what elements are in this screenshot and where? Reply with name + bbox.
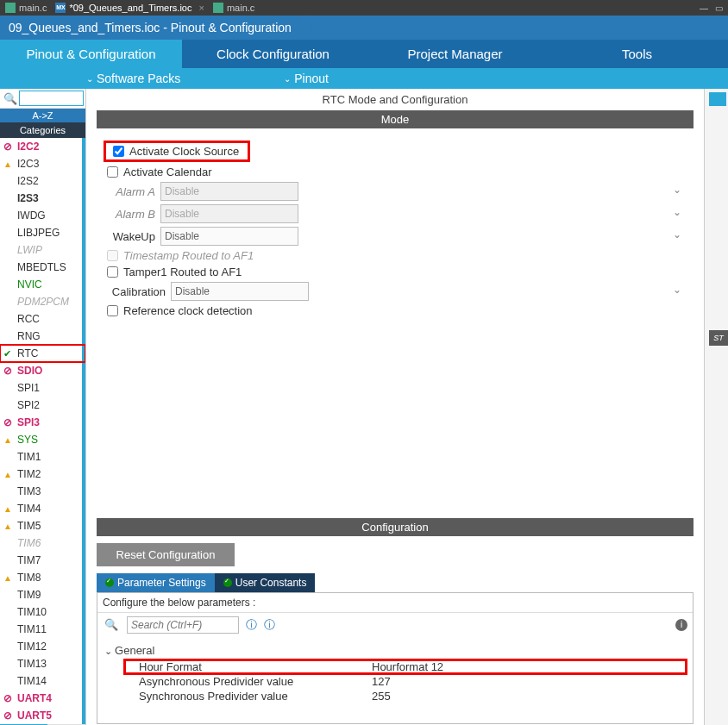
refclock-checkbox[interactable] <box>107 305 118 316</box>
status-icon <box>3 260 14 271</box>
tamper-checkbox[interactable] <box>107 266 118 278</box>
calibration-select[interactable] <box>171 282 309 301</box>
periph-item-lwip[interactable]: LWIP <box>0 241 85 259</box>
titlebar: main.c MX*09_Queues_and_Timers.ioc× main… <box>0 0 728 16</box>
periph-item-i2s2[interactable]: I2S2 <box>0 172 85 190</box>
periph-item-i2c3[interactable]: I2C3 <box>0 155 85 172</box>
config-panel: RTC Mode and Configuration Mode Activate… <box>86 89 704 725</box>
status-icon <box>3 657 14 667</box>
chevron-down-icon: ⌄ <box>284 74 291 84</box>
status-icon <box>3 536 14 547</box>
periph-item-tim4[interactable]: TIM4 <box>0 500 85 517</box>
periph-item-tim10[interactable]: TIM10 <box>0 603 85 621</box>
periph-item-rcc[interactable]: RCC <box>0 310 85 328</box>
activate-calendar-checkbox[interactable] <box>107 166 118 178</box>
tab-pinout-config[interactable]: Pinout & Configuration <box>0 40 182 68</box>
search-next-icon[interactable]: ⓘ <box>264 617 275 633</box>
param-row[interactable]: Synchronous Predivider value255 <box>139 690 686 703</box>
status-icon <box>3 140 14 150</box>
periph-item-i2c2[interactable]: I2C2 <box>0 138 85 155</box>
param-search-input[interactable] <box>127 616 239 634</box>
calibration-label: Calibration <box>104 285 166 298</box>
status-icon <box>3 588 14 598</box>
reset-config-button[interactable]: Reset Configuration <box>97 543 235 566</box>
search-icon: 🔍 <box>104 618 118 631</box>
param-value: 255 <box>372 690 391 703</box>
periph-item-spi2[interactable]: SPI2 <box>0 397 85 414</box>
config-section: Reset Configuration Parameter Settings U… <box>97 536 693 725</box>
param-group-general[interactable]: General <box>104 644 686 657</box>
peripheral-search-input[interactable] <box>19 91 84 106</box>
periph-item-uart5[interactable]: UART5 <box>0 707 85 724</box>
periph-item-tim5[interactable]: TIM5 <box>0 517 85 534</box>
tamper-label: Tamper1 Routed to AF1 <box>123 266 242 278</box>
param-row[interactable]: Asynchronous Predivider value127 <box>139 675 686 688</box>
status-icon <box>3 416 14 426</box>
peripheral-list[interactable]: I2C2I2C3I2S2I2S3IWDGLIBJPEGLWIPMBEDTLSNV… <box>0 138 85 724</box>
minimize-icon[interactable]: — <box>700 3 708 13</box>
timestamp-checkbox <box>107 250 118 261</box>
status-icon <box>3 398 14 409</box>
periph-item-iwdg[interactable]: IWDG <box>0 207 85 224</box>
search-prev-icon[interactable]: ⓘ <box>246 617 257 633</box>
status-icon <box>3 605 14 616</box>
periph-item-uart4[interactable]: UART4 <box>0 690 85 707</box>
editor-tab-ioc[interactable]: MX*09_Queues_and_Timers.ioc× <box>55 3 204 13</box>
tab-project-manager[interactable]: Project Manager <box>364 40 546 68</box>
maximize-icon[interactable]: ▭ <box>715 3 723 13</box>
periph-item-tim8[interactable]: TIM8 <box>0 569 85 586</box>
sort-button[interactable]: A->Z <box>0 109 85 122</box>
wakeup-select[interactable] <box>160 227 298 246</box>
param-key: Asynchronous Predivider value <box>139 675 372 688</box>
subtab-pinout[interactable]: ⌄Pinout <box>284 72 329 85</box>
periph-item-tim7[interactable]: TIM7 <box>0 552 85 569</box>
status-icon <box>3 209 14 219</box>
periph-item-tim2[interactable]: TIM2 <box>0 466 85 483</box>
editor-tab-main1[interactable]: main.c <box>5 3 47 13</box>
tab-clock-config[interactable]: Clock Configuration <box>182 40 364 68</box>
tab-user-constants[interactable]: User Constants <box>215 573 316 592</box>
periph-item-tim6[interactable]: TIM6 <box>0 534 85 552</box>
status-icon <box>3 484 14 495</box>
subtab-software-packs[interactable]: ⌄Software Packs <box>86 72 180 85</box>
periph-item-rtc[interactable]: RTC <box>0 345 85 362</box>
periph-item-sdio[interactable]: SDIO <box>0 362 85 379</box>
close-tab-icon[interactable]: × <box>198 3 204 13</box>
info-icon[interactable]: i <box>675 619 687 631</box>
editor-tab-main2[interactable]: main.c <box>213 3 254 13</box>
periph-item-sys[interactable]: SYS <box>0 431 85 448</box>
periph-item-tim14[interactable]: TIM14 <box>0 672 85 690</box>
param-value: Hourformat 12 <box>372 660 443 673</box>
periph-item-tim13[interactable]: TIM13 <box>0 655 85 672</box>
periph-item-nvic[interactable]: NVIC <box>0 276 85 293</box>
tab-parameter-settings[interactable]: Parameter Settings <box>97 573 215 592</box>
periph-item-mbedtls[interactable]: MBEDTLS <box>0 259 85 276</box>
tab-tools[interactable]: Tools <box>546 40 728 68</box>
periph-item-tim11[interactable]: TIM11 <box>0 621 85 638</box>
breadcrumb-item[interactable]: 09_Queues_and_Timers.ioc - Pinout & Conf… <box>0 16 304 40</box>
periph-item-i2s3[interactable]: I2S3 <box>0 190 85 207</box>
activate-clock-checkbox[interactable] <box>113 146 124 157</box>
collapse-handle[interactable] <box>709 92 726 106</box>
c-file-icon <box>5 3 16 13</box>
check-icon <box>105 578 114 587</box>
periph-item-spi3[interactable]: SPI3 <box>0 414 85 431</box>
c-file-icon <box>213 3 223 13</box>
param-row[interactable]: Hour FormatHourformat 12 <box>125 660 686 673</box>
periph-item-pdm2pcm[interactable]: PDM2PCM <box>0 293 85 310</box>
periph-item-libjpeg[interactable]: LIBJPEG <box>0 224 85 241</box>
alarm-b-select <box>160 204 298 223</box>
config-instruction: Configure the below parameters : <box>97 593 693 613</box>
status-icon <box>3 640 14 650</box>
periph-item-spi1[interactable]: SPI1 <box>0 379 85 397</box>
categories-button[interactable]: Categories <box>0 122 85 138</box>
config-body: Configure the below parameters : 🔍 ⓘ ⓘ i… <box>97 592 693 725</box>
status-icon <box>3 191 14 202</box>
periph-item-tim12[interactable]: TIM12 <box>0 638 85 655</box>
periph-item-tim1[interactable]: TIM1 <box>0 448 85 466</box>
periph-item-rng[interactable]: RNG <box>0 328 85 345</box>
periph-item-tim3[interactable]: TIM3 <box>0 483 85 500</box>
wakeup-label: WakeUp <box>104 230 155 243</box>
periph-item-tim9[interactable]: TIM9 <box>0 586 85 603</box>
alarm-b-label: Alarm B <box>104 208 155 221</box>
